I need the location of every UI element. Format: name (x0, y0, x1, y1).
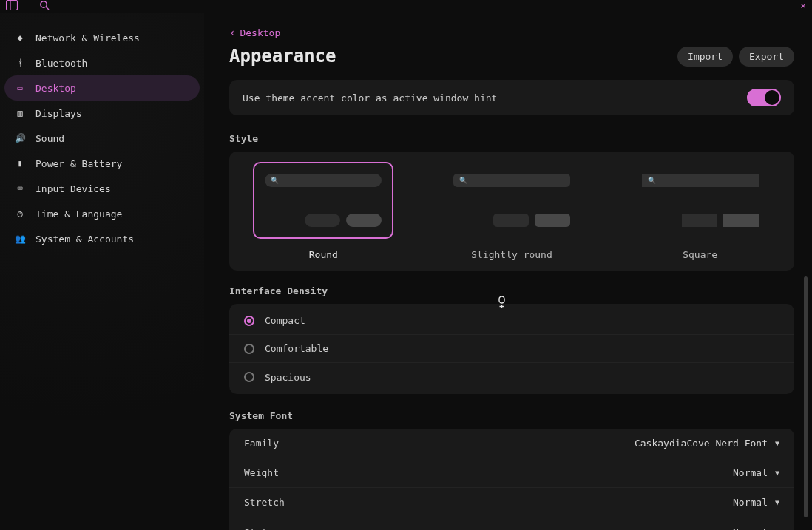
sidebar-item-label: Bluetooth (35, 58, 87, 69)
sidebar-item-displays-icon: ▥ (13, 108, 27, 118)
svg-rect-0 (7, 1, 18, 10)
sidebar-item-time-icon: ◷ (13, 208, 27, 219)
sidebar-item-sound-icon: 🔊 (13, 133, 27, 143)
sidebar-item-desktop-icon: ▭ (13, 83, 27, 93)
sysfont-style-key: Style (244, 527, 273, 531)
sysfont-style[interactable]: StyleNormal▼ (229, 517, 794, 530)
sysfont-family-value: CaskaydiaCove Nerd Font (635, 438, 768, 449)
sidebar-item-desktop[interactable]: ▭Desktop (4, 75, 200, 101)
density-spacious-label: Spacious (265, 372, 311, 383)
sidebar-item-network-icon: ◆ (13, 33, 27, 43)
sysfont-stretch-key: Stretch (244, 497, 285, 508)
window-hint-label: Use theme accent color as active window … (243, 92, 497, 103)
import-button[interactable]: Import (677, 47, 733, 67)
sysfont-stretch-value: Normal (733, 497, 768, 508)
sysfont-family-key: Family (244, 438, 279, 449)
style-round-preview: 🔍 (253, 162, 393, 239)
close-button[interactable]: × (800, 0, 806, 11)
search-icon[interactable] (38, 0, 50, 10)
sysfont-weight-value: Normal (733, 467, 768, 478)
density-spacious[interactable]: Spacious (229, 363, 794, 391)
sidebar-item-power[interactable]: ▮Power & Battery (4, 151, 200, 176)
style-section-title: Style (229, 133, 794, 144)
sysfont-family[interactable]: FamilyCaskaydiaCove Nerd Font▼ (229, 429, 794, 458)
style-round-label: Round (309, 249, 338, 260)
density-spacious-radio (244, 372, 254, 382)
style-round[interactable]: 🔍Round (253, 162, 393, 260)
sysfont-weight-key: Weight (244, 467, 279, 478)
breadcrumb-label: Desktop (240, 27, 280, 38)
breadcrumb[interactable]: ‹ Desktop (229, 27, 794, 38)
sidebar-item-label: Sound (35, 133, 64, 144)
density-compact[interactable]: Compact (229, 307, 794, 335)
system-font-card: FamilyCaskaydiaCove Nerd Font▼WeightNorm… (229, 429, 794, 530)
sidebar-item-input-icon: ⌨ (13, 183, 27, 194)
svg-point-2 (41, 1, 47, 7)
sidebar-item-label: Input Devices (35, 183, 111, 194)
sidebar-item-label: Power & Battery (35, 158, 122, 169)
page-title: Appearance (229, 46, 336, 67)
sidebar-item-bluetooth-icon: ᚼ (13, 58, 27, 68)
density-compact-label: Compact (265, 315, 305, 326)
export-button[interactable]: Export (739, 47, 794, 67)
svg-rect-4 (499, 296, 504, 303)
sidebar-item-system[interactable]: 👥System & Accounts (4, 226, 200, 251)
svg-line-3 (46, 7, 49, 10)
style-square-preview: 🔍 (630, 162, 771, 239)
style-slightly-round-label: Slightly round (471, 249, 552, 260)
system-font-section-title: System Font (229, 410, 794, 421)
app-icon (6, 0, 18, 10)
sysfont-weight[interactable]: WeightNormal▼ (229, 458, 794, 488)
density-compact-radio (244, 316, 254, 326)
sidebar-item-label: Network & Wireless (35, 33, 140, 44)
sysfont-stretch[interactable]: StretchNormal▼ (229, 488, 794, 517)
density-section-title: Interface Density (229, 285, 794, 296)
sidebar-item-sound[interactable]: 🔊Sound (4, 126, 200, 151)
sidebar-item-system-icon: 👥 (13, 234, 27, 244)
sidebar-item-input[interactable]: ⌨Input Devices (4, 176, 200, 201)
chevron-left-icon: ‹ (229, 27, 235, 38)
scrollbar-thumb[interactable] (804, 276, 808, 517)
sidebar-item-label: Displays (35, 108, 82, 119)
density-comfortable[interactable]: Comfortable (229, 335, 794, 363)
sidebar-item-displays[interactable]: ▥Displays (4, 101, 200, 126)
dropdown-icon: ▼ (775, 498, 779, 506)
density-comfortable-label: Comfortable (265, 343, 328, 354)
window-hint-toggle[interactable] (747, 89, 781, 106)
titlebar: × (0, 0, 812, 13)
sidebar-item-label: Time & Language (35, 208, 122, 220)
sidebar-item-label: Desktop (35, 83, 76, 94)
window-hint-row: Use theme accent color as active window … (229, 80, 794, 115)
style-square-label: Square (683, 249, 717, 260)
style-square[interactable]: 🔍Square (630, 162, 771, 260)
sidebar-item-network[interactable]: ◆Network & Wireless (4, 25, 200, 50)
style-slightly-round-preview: 🔍 (441, 162, 582, 239)
style-slightly-round[interactable]: 🔍Slightly round (441, 162, 582, 260)
dropdown-icon: ▼ (775, 469, 779, 477)
dropdown-icon: ▼ (775, 439, 779, 447)
sidebar-item-label: System & Accounts (35, 234, 134, 245)
sidebar-item-time[interactable]: ◷Time & Language (4, 201, 200, 226)
sysfont-style-value: Normal (733, 527, 768, 531)
density-card: CompactComfortableSpacious (229, 304, 794, 394)
main-content: ‹ Desktop Appearance Import Export Use t… (204, 13, 812, 530)
sidebar: ◆Network & WirelessᚼBluetooth▭Desktop▥Di… (0, 13, 204, 530)
sidebar-item-bluetooth[interactable]: ᚼBluetooth (4, 50, 200, 75)
density-comfortable-radio (244, 344, 254, 354)
sidebar-item-power-icon: ▮ (13, 158, 27, 169)
style-card: 🔍Round🔍Slightly round🔍Square (229, 152, 794, 271)
